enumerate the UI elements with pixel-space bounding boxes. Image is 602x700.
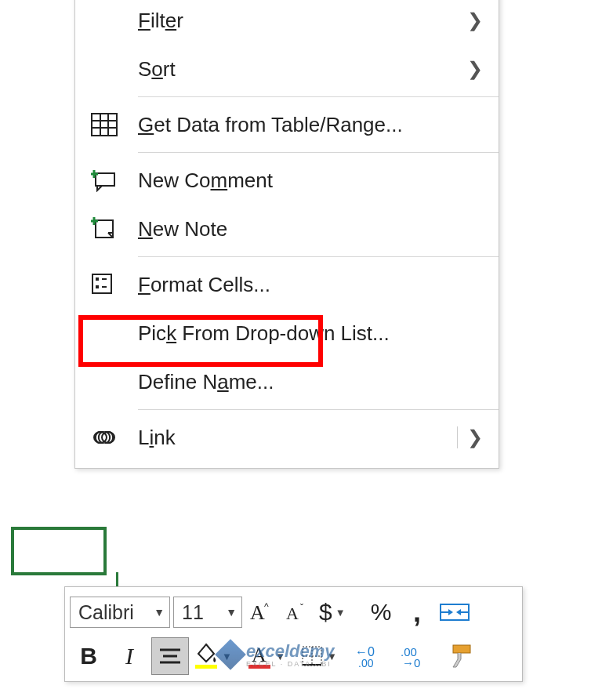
menu-filter-label: Filter xyxy=(138,9,467,33)
menu-new-note[interactable]: New Note New Note xyxy=(75,205,499,253)
chevron-down-icon: ▼ xyxy=(327,651,337,662)
menu-pick-list[interactable]: Pick From Drop-down List... Pick From Dr… xyxy=(75,309,499,357)
menu-pick-list-label: Pick From Drop-down List... xyxy=(138,321,483,346)
chevron-down-icon: ▼ xyxy=(226,606,237,618)
decrease-font-button[interactable]: Aˇ xyxy=(281,593,314,631)
merge-center-button[interactable] xyxy=(437,593,473,631)
font-name-value: Calibri xyxy=(78,601,134,624)
chevron-right-icon: ❯ xyxy=(467,9,483,31)
note-icon xyxy=(91,217,138,241)
separator xyxy=(138,96,499,97)
mini-toolbar: Calibri ▼ 11 ▼ A^ Aˇ $ ▼ % , B xyxy=(64,586,523,682)
menu-define-name-label: Define Name... xyxy=(138,370,483,394)
bold-button[interactable]: B xyxy=(70,637,107,675)
percent-format-button[interactable]: % xyxy=(364,593,397,631)
menu-new-comment[interactable]: New Comment New Comment xyxy=(75,156,499,205)
increase-decimal-button[interactable]: ←0.00 xyxy=(352,637,394,675)
svg-text:A: A xyxy=(252,644,267,666)
comma-format-button[interactable]: , xyxy=(401,593,433,631)
separator xyxy=(138,256,499,257)
menu-new-note-label: New Note xyxy=(138,217,483,241)
svg-rect-5 xyxy=(96,173,114,186)
italic-button[interactable]: I xyxy=(111,637,148,675)
svg-text:^: ^ xyxy=(264,601,269,612)
menu-get-data-label: Get Data from Table/Range... xyxy=(138,113,483,137)
comment-icon xyxy=(91,169,138,192)
fill-color-button[interactable]: ▼ xyxy=(192,637,242,675)
chevron-right-icon: ❯ xyxy=(467,58,483,80)
format-cells-icon xyxy=(91,273,138,296)
menu-sort[interactable]: Sort Sort ❯ xyxy=(75,45,499,93)
format-painter-button[interactable] xyxy=(443,637,481,675)
chevron-down-icon: ▼ xyxy=(154,606,165,618)
cell-selection xyxy=(11,527,107,575)
svg-rect-34 xyxy=(303,664,321,666)
font-color-button[interactable]: A ▼ xyxy=(245,637,296,675)
toolbar-row-2: B I ▼ A ▼ ▼ ←0.00 .00→0 xyxy=(70,634,517,678)
svg-text:.00: .00 xyxy=(358,657,374,669)
menu-get-data[interactable]: Get Data from Table/Range... Get Data fr… xyxy=(75,100,499,149)
svg-rect-12 xyxy=(96,277,99,281)
svg-text:ˇ: ˇ xyxy=(300,603,303,614)
separator xyxy=(138,409,499,410)
menu-link[interactable]: Link Link ❯ xyxy=(75,413,499,462)
menu-new-comment-label: New Comment xyxy=(138,169,483,193)
divider xyxy=(457,426,458,448)
increase-font-button[interactable]: A^ xyxy=(245,593,278,631)
decrease-decimal-button[interactable]: .00→0 xyxy=(397,637,440,675)
borders-button[interactable]: ▼ xyxy=(299,637,349,675)
chevron-down-icon: ▼ xyxy=(222,651,232,662)
context-menu: Filter Filter ❯ Sort Sort ❯ Get Data fro… xyxy=(74,0,499,469)
svg-rect-39 xyxy=(453,645,470,653)
menu-format-cells-label: Format Cells... xyxy=(138,273,483,297)
menu-link-label: Link xyxy=(138,426,457,450)
svg-rect-28 xyxy=(195,665,217,669)
svg-rect-11 xyxy=(92,274,111,293)
menu-sort-label: Sort xyxy=(138,57,467,82)
link-icon xyxy=(91,429,138,446)
font-size-combo[interactable]: 11 ▼ xyxy=(173,597,242,628)
chevron-right-icon: ❯ xyxy=(467,426,483,448)
svg-rect-30 xyxy=(248,665,270,669)
chevron-down-icon: ▼ xyxy=(275,651,285,662)
separator xyxy=(138,152,499,153)
font-name-combo[interactable]: Calibri ▼ xyxy=(70,597,170,628)
menu-filter[interactable]: Filter Filter ❯ xyxy=(75,0,499,45)
align-center-button[interactable] xyxy=(151,637,189,675)
svg-rect-0 xyxy=(92,114,117,136)
toolbar-row-1: Calibri ▼ 11 ▼ A^ Aˇ $ ▼ % , xyxy=(70,590,517,634)
svg-text:A: A xyxy=(286,604,299,623)
svg-text:→0: →0 xyxy=(402,656,420,669)
svg-text:A: A xyxy=(250,601,265,624)
menu-define-name[interactable]: Define Name... Define Name... xyxy=(75,357,499,406)
table-icon xyxy=(91,113,138,136)
svg-rect-13 xyxy=(96,285,99,288)
font-size-value: 11 xyxy=(182,601,204,624)
accounting-format-button[interactable]: $ ▼ xyxy=(317,593,361,631)
chevron-down-icon: ▼ xyxy=(335,607,346,618)
menu-format-cells[interactable]: Format Cells... Format Cells... xyxy=(75,260,499,309)
